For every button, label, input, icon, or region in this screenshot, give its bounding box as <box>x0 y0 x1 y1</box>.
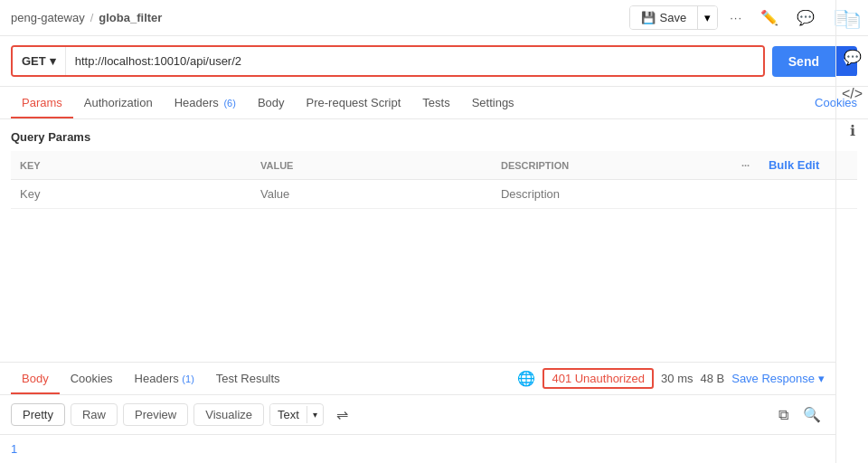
save-response-chevron-icon: ▾ <box>818 372 825 385</box>
line-number: 1 <box>11 442 17 456</box>
text-type-chevron-icon[interactable]: ▾ <box>307 406 323 423</box>
tab-body[interactable]: Body <box>247 87 296 118</box>
text-type-dropdown[interactable]: Text ▾ <box>269 403 324 426</box>
response-format-bar: Pretty Raw Preview Visualize Text ▾ ⇌ ⧉ … <box>0 395 835 435</box>
sidebar-code-icon: </> <box>842 86 863 101</box>
more-options-button[interactable]: ··· <box>723 6 749 29</box>
right-sidebar: 📄 💬 </> ℹ <box>835 0 868 463</box>
request-tab-bar: Params Authorization Headers (6) Body Pr… <box>0 87 868 119</box>
save-dropdown-button[interactable]: ▾ <box>697 6 717 29</box>
key-input[interactable] <box>20 187 242 201</box>
sidebar-doc-icon: 📄 <box>844 13 862 28</box>
params-table: KEY VALUE DESCRIPTION ··· Bulk Edit <box>11 151 857 209</box>
copy-button[interactable]: ⧉ <box>775 402 792 427</box>
col-description: DESCRIPTION <box>492 151 732 180</box>
response-tab-body[interactable]: Body <box>11 363 60 394</box>
wrap-icon: ⇌ <box>336 407 348 422</box>
method-label: GET <box>22 54 46 68</box>
description-input[interactable] <box>501 187 723 201</box>
method-chevron-icon: ▾ <box>50 54 56 68</box>
query-params-section: Query Params KEY VALUE DESCRIPTION ··· B… <box>0 119 868 209</box>
value-input[interactable] <box>260 187 483 201</box>
tab-authorization[interactable]: Authorization <box>73 87 164 118</box>
tab-settings[interactable]: Settings <box>461 87 525 118</box>
response-size: 48 B <box>700 372 724 385</box>
sidebar-info-button[interactable]: ℹ <box>844 118 862 144</box>
wrap-button[interactable]: ⇌ <box>329 402 355 427</box>
col-value: VALUE <box>251 151 492 180</box>
edit-icon: ✏️ <box>760 10 778 25</box>
table-row <box>11 180 857 209</box>
sidebar-comment-icon: 💬 <box>844 50 862 65</box>
response-body: 1 <box>0 435 835 463</box>
top-actions: 💾 Save ▾ ··· ✏️ 💬 📄 <box>629 5 857 31</box>
comment-button[interactable]: 💬 <box>790 5 821 31</box>
query-params-title: Query Params <box>11 130 857 144</box>
text-type-label: Text <box>270 404 307 425</box>
status-badge: 401 Unauthorized <box>542 368 654 389</box>
response-tab-headers[interactable]: Headers (1) <box>124 363 205 394</box>
url-input[interactable] <box>66 47 763 75</box>
response-tab-cookies[interactable]: Cookies <box>60 363 124 394</box>
breadcrumb: peng-gateway / globa_filter <box>11 11 162 24</box>
response-time: 30 ms <box>661 372 693 385</box>
save-icon: 💾 <box>641 11 656 24</box>
response-tab-test-results[interactable]: Test Results <box>205 363 291 394</box>
bulk-edit-button[interactable]: Bulk Edit <box>769 158 819 172</box>
response-meta: 🌐 401 Unauthorized 30 ms 48 B Save Respo… <box>517 368 825 389</box>
top-bar: peng-gateway / globa_filter 💾 Save ▾ ···… <box>0 0 868 36</box>
search-button[interactable]: 🔍 <box>799 402 825 427</box>
globe-icon: 🌐 <box>517 370 535 387</box>
col-key: KEY <box>11 151 251 180</box>
comment-icon: 💬 <box>797 10 815 25</box>
format-raw-button[interactable]: Raw <box>71 403 118 426</box>
response-tab-bar: Body Cookies Headers (1) Test Results 🌐 … <box>0 363 835 395</box>
url-input-group: GET ▾ <box>11 45 765 77</box>
sidebar-code-button[interactable]: </> <box>835 81 868 107</box>
sidebar-info-icon: ℹ <box>850 123 855 138</box>
format-visualize-button[interactable]: Visualize <box>193 403 264 426</box>
save-button[interactable]: 💾 Save <box>630 6 698 29</box>
sidebar-doc-button[interactable]: 📄 <box>837 7 868 33</box>
tab-pre-request-script[interactable]: Pre-request Script <box>296 87 412 118</box>
url-bar-section: GET ▾ Send ▾ <box>0 36 868 87</box>
save-response-button[interactable]: Save Response ▾ <box>731 372 825 385</box>
col-actions: ··· <box>732 151 760 180</box>
breadcrumb-current: globa_filter <box>99 11 162 24</box>
breadcrumb-separator: / <box>90 11 94 24</box>
edit-button[interactable]: ✏️ <box>754 5 785 31</box>
save-btn-group: 💾 Save ▾ <box>629 5 719 30</box>
send-button[interactable]: Send <box>772 46 835 77</box>
tab-headers[interactable]: Headers (6) <box>164 87 247 118</box>
method-selector[interactable]: GET ▾ <box>13 47 66 75</box>
chevron-down-icon: ▾ <box>704 11 711 24</box>
response-format-actions: ⧉ 🔍 <box>775 402 825 427</box>
response-panel: Body Cookies Headers (1) Test Results 🌐 … <box>0 362 835 463</box>
sidebar-comment-button[interactable]: 💬 <box>837 44 868 71</box>
tab-params[interactable]: Params <box>11 87 73 118</box>
tab-tests[interactable]: Tests <box>411 87 460 118</box>
format-pretty-button[interactable]: Pretty <box>11 403 65 426</box>
breadcrumb-parent: peng-gateway <box>11 11 85 24</box>
format-preview-button[interactable]: Preview <box>123 403 188 426</box>
